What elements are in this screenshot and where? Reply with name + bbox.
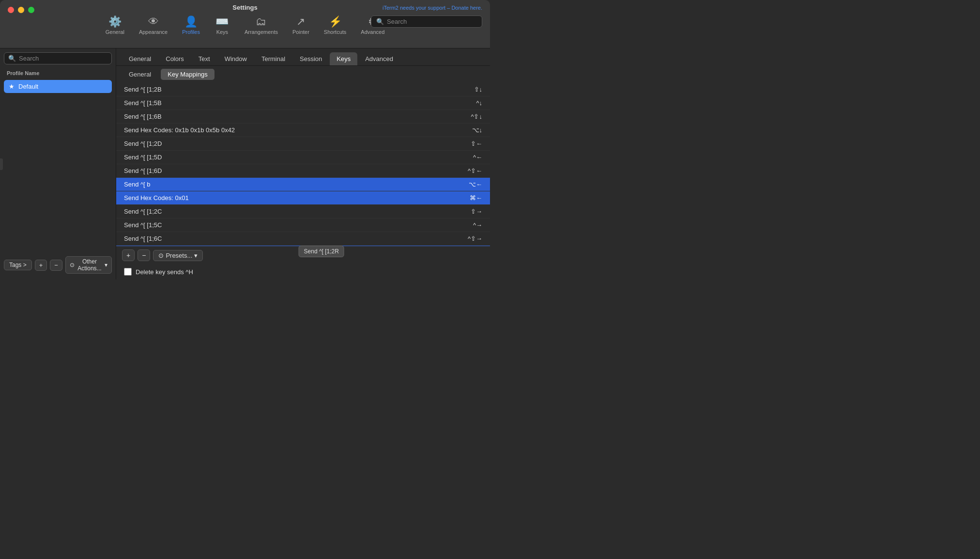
key-action-text: Send ^[ [1;5D	[124, 154, 473, 161]
delete-key-checkbox-row: Delete key sends ^H	[116, 264, 490, 280]
general-icon: ⚙️	[108, 16, 122, 27]
keys-icon: ⌨️	[215, 16, 229, 27]
main-content: 🔍 Profile Name ★ Default ‹ Tags > + − ⊙ …	[0, 48, 490, 280]
sidebar-collapse-handle[interactable]: ‹	[0, 158, 3, 170]
presets-button[interactable]: ⊙ Presets... ▾	[153, 250, 203, 261]
shortcuts-icon: ⚡	[329, 16, 342, 27]
key-mapping-row[interactable]: Send ^[ [1;2D⇧←	[116, 137, 490, 151]
key-mapping-row[interactable]: Send ^[ b⌥←	[116, 178, 490, 191]
toolbar-item-arrangements-label: Arrangements	[245, 29, 278, 35]
traffic-lights	[8, 7, 34, 13]
key-shortcut-text: ^←	[473, 154, 482, 161]
key-shortcut-text: ⇧→	[471, 208, 482, 215]
presets-label: Presets...	[166, 252, 192, 259]
key-shortcut-text: ⌥←	[469, 181, 482, 188]
tabs-bar: General Colors Text Window Terminal Sess…	[116, 48, 490, 66]
key-action-text: Send ^[ [1;6D	[124, 167, 468, 174]
key-action-text: Send ^[ [1;5C	[124, 221, 473, 229]
key-shortcut-text: ⌥↓	[472, 126, 483, 134]
key-action-text: Send Hex Codes: 0x1b 0x1b 0x5b 0x42	[124, 126, 472, 134]
subtabs-bar: General Key Mappings	[116, 66, 490, 83]
tab-terminal[interactable]: Terminal	[255, 52, 292, 65]
key-mapping-row[interactable]: Send ^[ [1;5C^→	[116, 218, 490, 232]
appearance-icon: 👁	[148, 16, 159, 27]
tags-button[interactable]: Tags >	[4, 260, 32, 270]
key-mapping-row[interactable]: Send Hex Codes: 0x01⌘←	[116, 191, 490, 205]
circle-icon: ⊙	[158, 252, 164, 259]
window-title: Settings	[232, 4, 257, 11]
chevron-down-icon: ▾	[194, 252, 198, 259]
key-action-text: Send ^[ [1;5B	[124, 99, 476, 107]
toolbar-item-advanced-label: Advanced	[361, 29, 384, 35]
tab-window[interactable]: Window	[218, 52, 254, 65]
profile-item-default[interactable]: ★ Default	[4, 80, 112, 93]
tab-advanced[interactable]: Advanced	[358, 52, 400, 65]
tab-general[interactable]: General	[122, 52, 158, 65]
key-mapping-row[interactable]: Send ^[ [1;6C^⇧→	[116, 232, 490, 246]
subtab-key-mappings[interactable]: Key Mappings	[161, 69, 214, 80]
toolbar-item-profiles-label: Profiles	[182, 29, 200, 35]
toolbar-search-icon: 🔍	[376, 18, 384, 25]
key-action-text: Send ^[ [1;2C	[124, 208, 471, 215]
tab-text[interactable]: Text	[192, 52, 217, 65]
key-action-text: Send ^[ b	[124, 181, 469, 188]
toolbar-item-pointer[interactable]: ↗ Pointer	[286, 14, 316, 38]
sidebar-search-input[interactable]	[19, 55, 107, 62]
key-mapping-row[interactable]: Send Hex Codes: 0x1b 0x1b 0x5b 0x42⌥↓	[116, 124, 490, 137]
toolbar-item-shortcuts[interactable]: ⚡ Shortcuts	[317, 14, 353, 38]
key-mapping-row[interactable]: Send ^[ [1;2C⇧→	[116, 205, 490, 218]
key-action-text: Send ^[ [1;2B	[124, 86, 474, 93]
fullscreen-button[interactable]	[28, 7, 34, 13]
toolbar-item-appearance[interactable]: 👁 Appearance	[132, 14, 174, 38]
toolbar-item-pointer-label: Pointer	[292, 29, 309, 35]
circle-icon: ⊙	[70, 262, 75, 268]
titlebar: Settings ⚙️ General 👁 Appearance 👤 Profi…	[0, 0, 490, 48]
donate-link[interactable]: iTerm2 needs your support – Donate here.	[383, 5, 482, 11]
add-mapping-button[interactable]: +	[122, 249, 135, 261]
tab-session[interactable]: Session	[293, 52, 329, 65]
close-button[interactable]	[8, 7, 14, 13]
profiles-icon: 👤	[184, 16, 198, 27]
subtab-general[interactable]: General	[122, 69, 158, 80]
delete-key-checkbox[interactable]	[124, 268, 132, 276]
add-profile-button[interactable]: +	[35, 260, 47, 271]
profile-list-header: Profile Name	[4, 68, 112, 78]
toolbar-search-input[interactable]	[387, 18, 477, 25]
toolbar: ⚙️ General 👁 Appearance 👤 Profiles ⌨️ Ke…	[99, 14, 392, 38]
key-shortcut-text: ^⇧←	[468, 167, 482, 174]
remove-mapping-button[interactable]: −	[138, 249, 150, 261]
key-mappings-table[interactable]: Send ^[ [1;2B⇧↓Send ^[ [1;5B^↓Send ^[ [1…	[116, 83, 490, 246]
toolbar-item-general-label: General	[106, 29, 124, 35]
key-shortcut-text: ⌘←	[470, 194, 482, 202]
table-footer: + − ⊙ Presets... ▾	[116, 246, 490, 264]
key-shortcut-text: ^↓	[476, 99, 482, 107]
toolbar-item-profiles[interactable]: 👤 Profiles	[175, 14, 207, 38]
key-mapping-row[interactable]: Send ^[ [1;6D^⇧←	[116, 164, 490, 178]
key-shortcut-text: ^→	[473, 221, 482, 229]
key-mapping-row[interactable]: Send ^[ [1;2B⇧↓	[116, 83, 490, 96]
remove-profile-button[interactable]: −	[50, 260, 62, 271]
sidebar-search-box: 🔍	[4, 52, 112, 64]
chevron-down-icon: ▾	[105, 262, 107, 268]
toolbar-item-keys-label: Keys	[216, 29, 228, 35]
arrangements-icon: 🗂	[256, 16, 266, 27]
key-action-text: Send ^[ [1;6C	[124, 235, 468, 242]
key-shortcut-text: ⇧↓	[474, 86, 483, 93]
delete-key-row: Delete key sends ^H Send ^[ [1;2R	[116, 264, 490, 280]
toolbar-item-keys[interactable]: ⌨️ Keys	[208, 14, 237, 38]
minimize-button[interactable]	[18, 7, 24, 13]
key-mapping-row[interactable]: Send ^[ [1;5D^←	[116, 151, 490, 164]
key-shortcut-text: ^⇧→	[468, 235, 482, 242]
key-mapping-row[interactable]: Send ^[ [1;5B^↓	[116, 96, 490, 110]
toolbar-item-appearance-label: Appearance	[139, 29, 168, 35]
right-panel: General Colors Text Window Terminal Sess…	[116, 48, 490, 280]
key-mapping-row[interactable]: Send ^[ [1;6B^⇧↓	[116, 110, 490, 124]
toolbar-item-general[interactable]: ⚙️ General	[99, 14, 131, 38]
tab-colors[interactable]: Colors	[159, 52, 191, 65]
key-shortcut-text: ⇧←	[471, 140, 482, 147]
toolbar-item-arrangements[interactable]: 🗂 Arrangements	[238, 14, 285, 38]
sidebar-bottom: Tags > + − ⊙ Other Actions... ▾	[4, 254, 112, 276]
tab-keys[interactable]: Keys	[330, 52, 357, 65]
other-actions-button[interactable]: ⊙ Other Actions... ▾	[65, 256, 112, 274]
key-action-text: Send Hex Codes: 0x01	[124, 194, 470, 202]
